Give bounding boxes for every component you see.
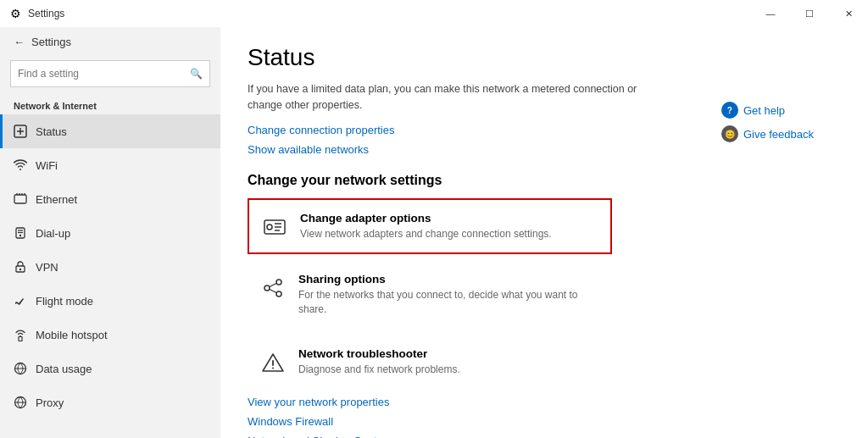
windows-firewall-link[interactable]: Windows Firewall	[248, 415, 841, 428]
main-content: ? Get help 😊 Give feedback Status If you…	[220, 27, 868, 438]
svg-rect-12	[19, 337, 22, 341]
titlebar-title: Settings	[28, 8, 64, 19]
sharing-options-card[interactable]: Sharing options For the networks that yo…	[248, 261, 612, 329]
page-title: Status	[248, 44, 841, 71]
sidebar-item-mobilehotspot[interactable]: Mobile hotspot	[0, 318, 220, 352]
adapter-card-title: Change adapter options	[300, 212, 598, 225]
sharing-card-desc: For the networks that you connect to, de…	[298, 288, 600, 317]
sidebar-item-status[interactable]: Status	[0, 114, 220, 148]
sidebar-item-label-vpn: VPN	[36, 261, 58, 274]
minimize-button[interactable]: —	[751, 0, 790, 27]
sharing-icon	[259, 274, 287, 302]
sidebar-item-label-mobilehotspot: Mobile hotspot	[36, 329, 108, 341]
give-feedback-label: Give feedback	[743, 128, 814, 141]
troubleshooter-card[interactable]: Network troubleshooter Diagnose and fix …	[248, 335, 612, 389]
troubleshooter-card-desc: Diagnose and fix network problems.	[298, 363, 600, 377]
adapter-card-content: Change adapter options View network adap…	[300, 212, 598, 241]
troubleshooter-icon	[259, 349, 287, 376]
titlebar: ⚙ Settings — ☐ ✕	[0, 0, 868, 27]
svg-point-18	[267, 225, 272, 230]
sidebar-item-label-wifi: WiFi	[36, 159, 58, 172]
give-feedback-link[interactable]: 😊 Give feedback	[721, 125, 814, 142]
adapter-icon	[261, 213, 288, 241]
sidebar-category: Network & Internet	[0, 94, 220, 114]
bottom-links: View your network properties Windows Fir…	[248, 396, 841, 438]
svg-rect-1	[14, 195, 26, 203]
svg-point-7	[19, 235, 21, 236]
troubleshooter-card-content: Network troubleshooter Diagnose and fix …	[298, 347, 600, 377]
proxy-icon	[14, 396, 27, 409]
close-button[interactable]: ✕	[829, 0, 868, 27]
section-title: Change your network settings	[248, 173, 841, 188]
svg-point-24	[276, 291, 281, 297]
vpn-icon	[14, 260, 27, 274]
sidebar-item-wifi[interactable]: WiFi	[0, 148, 220, 182]
app-body: ← Settings 🔍 Network & Internet Status	[0, 27, 868, 438]
sidebar-item-dialup[interactable]: Dial-up	[0, 216, 220, 250]
wifi-icon	[14, 158, 27, 172]
view-network-props-link[interactable]: View your network properties	[248, 396, 841, 408]
get-help-icon: ?	[721, 102, 738, 119]
sidebar-item-label-ethernet: Ethernet	[36, 193, 77, 206]
adapter-card-desc: View network adapters and change connect…	[300, 227, 598, 241]
get-help-link[interactable]: ? Get help	[721, 102, 814, 119]
troubleshooter-card-title: Network troubleshooter	[298, 347, 600, 360]
sidebar-item-flightmode[interactable]: Flight mode	[0, 284, 220, 318]
svg-point-28	[272, 367, 274, 369]
sidebar-item-proxy[interactable]: Proxy	[0, 385, 220, 419]
svg-line-25	[270, 284, 276, 287]
svg-line-26	[270, 290, 276, 293]
titlebar-left: ⚙ Settings	[10, 7, 64, 20]
search-input[interactable]	[18, 68, 190, 80]
network-sharing-centre-link[interactable]: Network and Sharing Centre	[248, 435, 841, 438]
sidebar-item-label-proxy: Proxy	[36, 396, 64, 409]
titlebar-controls: — ☐ ✕	[751, 0, 868, 27]
svg-point-11	[19, 269, 21, 270]
show-networks-link[interactable]: Show available networks	[248, 143, 841, 156]
sidebar-item-vpn[interactable]: VPN	[0, 250, 220, 284]
content-wrapper: ? Get help 😊 Give feedback Status If you…	[248, 44, 841, 438]
mobilehotspot-icon	[14, 328, 27, 341]
sharing-card-title: Sharing options	[298, 273, 600, 286]
ethernet-icon	[14, 192, 27, 206]
svg-point-23	[276, 280, 281, 285]
status-icon	[14, 125, 27, 138]
sidebar-item-ethernet[interactable]: Ethernet	[0, 182, 220, 216]
back-label: Settings	[31, 36, 71, 48]
search-icon: 🔍	[190, 68, 203, 80]
flightmode-icon	[14, 294, 27, 308]
get-help-label: Get help	[743, 104, 785, 117]
sidebar-item-label-datausage: Data usage	[36, 363, 92, 375]
sidebar-item-label-status: Status	[36, 125, 67, 138]
sidebar: ← Settings 🔍 Network & Internet Status	[0, 27, 220, 438]
sidebar-item-label-dialup: Dial-up	[36, 227, 70, 240]
datausage-icon	[14, 362, 27, 375]
svg-point-22	[264, 286, 270, 291]
back-icon: ←	[14, 36, 25, 48]
give-feedback-icon: 😊	[721, 125, 738, 142]
sidebar-item-datausage[interactable]: Data usage	[0, 352, 220, 385]
sidebar-item-label-flightmode: Flight mode	[36, 295, 93, 308]
search-box[interactable]: 🔍	[10, 60, 210, 87]
dialup-icon	[14, 226, 27, 240]
settings-icon: ⚙	[10, 7, 21, 20]
maximize-button[interactable]: ☐	[790, 0, 829, 27]
change-adapter-card[interactable]: Change adapter options View network adap…	[248, 198, 612, 255]
back-button[interactable]: ← Settings	[0, 27, 220, 57]
sharing-card-content: Sharing options For the networks that yo…	[298, 273, 600, 317]
content-description: If you have a limited data plan, you can…	[248, 81, 671, 114]
help-section: ? Get help 😊 Give feedback	[721, 102, 814, 142]
